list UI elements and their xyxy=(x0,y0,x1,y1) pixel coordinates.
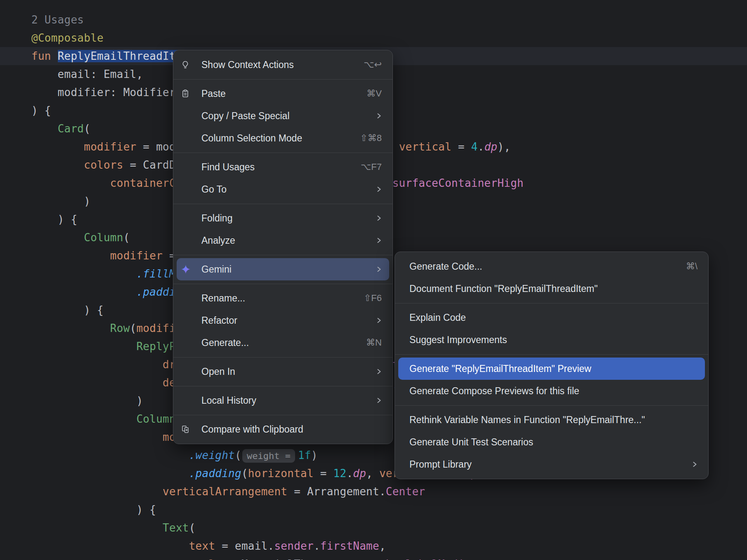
code-token: ( xyxy=(235,449,241,461)
menu-item-label: Show Context Actions xyxy=(201,59,294,71)
menu-item-find-usages[interactable]: Find Usages⌥F7 xyxy=(177,156,389,178)
code-token xyxy=(31,558,189,560)
menu-separator xyxy=(173,76,392,82)
menu-separator xyxy=(173,383,392,389)
gemini-submenu: Generate Code...⌘\Document Function "Rep… xyxy=(395,252,709,479)
chevron-right-icon xyxy=(364,214,382,223)
code-token: , xyxy=(366,467,379,480)
menu-shortcut: ⌘N xyxy=(354,337,382,348)
menu-item-open-in[interactable]: Open In xyxy=(177,360,389,383)
code-token: @Composable xyxy=(31,32,104,44)
code-token xyxy=(31,159,84,171)
code-token xyxy=(31,358,163,371)
chevron-right-icon xyxy=(364,265,382,274)
menu-item-label: Explain Code xyxy=(409,312,466,323)
editor-context-menu: Show Context Actions⌥↩Paste⌘VCopy / Past… xyxy=(173,50,393,444)
code-token: ) xyxy=(31,395,143,407)
code-token: fun xyxy=(31,50,58,62)
menu-item-analyze[interactable]: Analyze xyxy=(177,229,389,252)
menu-item-document-function-replyemailthreaditem[interactable]: Document Function "ReplyEmailThreadItem" xyxy=(398,278,705,300)
code-token: horizontal xyxy=(248,467,314,480)
code-token: ( xyxy=(189,522,196,534)
icon-slot-empty xyxy=(181,133,195,143)
menu-item-label: Refactor xyxy=(201,315,237,326)
code-token xyxy=(31,431,163,443)
menu-item-explain-code[interactable]: Explain Code xyxy=(398,306,705,329)
menu-item-compare-with-clipboard[interactable]: Compare with Clipboard xyxy=(177,418,389,440)
code-token xyxy=(31,540,189,552)
menu-item-generate-unit-test-scenarios[interactable]: Generate Unit Test Scenarios xyxy=(398,431,705,453)
menu-item-folding[interactable]: Folding xyxy=(177,207,389,229)
menu-shortcut: ⌘V xyxy=(354,88,382,99)
menu-item-label: Local History xyxy=(201,395,256,406)
code-token: surfaceContainerHigh xyxy=(392,177,524,189)
menu-item-generate-replyemailthreaditem-preview[interactable]: Generate "ReplyEmailThreadItem" Preview xyxy=(398,358,705,380)
code-token: = xyxy=(452,141,471,153)
chevron-right-icon xyxy=(364,316,382,325)
code-token xyxy=(31,485,163,498)
code-token: Card xyxy=(58,122,84,135)
code-token xyxy=(31,249,110,262)
menu-item-local-history[interactable]: Local History xyxy=(177,389,389,412)
code-line[interactable]: ) { xyxy=(0,501,747,519)
lightbulb-icon xyxy=(181,60,195,70)
icon-slot-empty xyxy=(181,213,195,223)
code-token: dp xyxy=(484,141,497,153)
menu-item-generate-code[interactable]: Generate Code...⌘\ xyxy=(398,255,705,278)
menu-item-label: Paste xyxy=(201,88,226,99)
menu-item-suggest-improvements[interactable]: Suggest Improvements xyxy=(398,329,705,351)
gemini-icon xyxy=(181,264,195,274)
menu-shortcut: ⌥↩ xyxy=(351,59,382,70)
menu-item-paste[interactable]: Paste⌘V xyxy=(177,82,389,105)
icon-slot-empty xyxy=(181,293,195,303)
code-token: modifier xyxy=(110,249,163,262)
menu-item-show-context-actions[interactable]: Show Context Actions⌥↩ xyxy=(177,54,389,76)
code-token: verticalArrangement xyxy=(163,485,287,498)
menu-item-label: Suggest Improvements xyxy=(409,334,507,346)
code-token: = MaterialTheme. xyxy=(222,558,333,560)
icon-slot-empty xyxy=(181,315,195,325)
menu-item-copy-paste-special[interactable]: Copy / Paste Special xyxy=(177,105,389,127)
code-token: ) xyxy=(31,195,90,207)
code-token: ) { xyxy=(31,304,104,316)
code-token xyxy=(31,268,136,280)
code-line[interactable]: style = MaterialTheme.typography.labelMe… xyxy=(0,555,747,560)
code-token: ) { xyxy=(31,504,156,516)
icon-slot-empty xyxy=(181,395,195,405)
menu-item-generate[interactable]: Generate...⌘N xyxy=(177,332,389,354)
code-line[interactable]: text = email.sender.firstName, xyxy=(0,537,747,555)
menu-item-label: Column Selection Mode xyxy=(201,133,302,144)
menu-item-label: Rename... xyxy=(201,293,245,304)
menu-separator xyxy=(395,351,708,358)
menu-item-rename[interactable]: Rename...⇧F6 xyxy=(177,287,389,309)
menu-separator xyxy=(173,149,392,156)
code-line[interactable]: @Composable xyxy=(0,29,747,47)
code-token: Column xyxy=(84,231,123,244)
code-token xyxy=(31,522,163,534)
menu-item-go-to[interactable]: Go To xyxy=(177,178,389,200)
menu-shortcut: ⌥F7 xyxy=(348,162,382,172)
chevron-right-icon xyxy=(364,111,382,120)
menu-item-label: Generate... xyxy=(201,337,249,348)
menu-shortcut: ⇧F6 xyxy=(351,293,382,304)
compare-clipboard-icon xyxy=(181,424,195,434)
code-token xyxy=(31,340,136,353)
code-line[interactable]: 2 Usages xyxy=(0,11,747,29)
code-line[interactable]: verticalArrangement = Arrangement.Center xyxy=(0,482,747,501)
menu-item-column-selection-mode[interactable]: Column Selection Mode⇧⌘8 xyxy=(177,127,389,149)
menu-item-rethink-variable-names-in-function-replyemailthre[interactable]: Rethink Variable Names in Function "Repl… xyxy=(398,409,705,431)
menu-item-prompt-library[interactable]: Prompt Library xyxy=(398,453,705,475)
menu-item-refactor[interactable]: Refactor xyxy=(177,309,389,332)
menu-item-label: Analyze xyxy=(201,235,235,246)
menu-item-generate-compose-previews-for-this-file[interactable]: Generate Compose Previews for this file xyxy=(398,380,705,402)
menu-item-gemini[interactable]: Gemini xyxy=(177,258,389,280)
code-token: = xyxy=(314,467,333,480)
chevron-right-icon xyxy=(364,367,382,376)
code-token xyxy=(31,467,189,480)
code-token: = Arrangement. xyxy=(287,485,386,498)
code-token xyxy=(31,286,136,298)
menu-item-label: Compare with Clipboard xyxy=(201,424,303,435)
code-line[interactable]: Text( xyxy=(0,519,747,537)
menu-separator xyxy=(173,200,392,207)
code-token: ReplyEmailThreadItem xyxy=(58,50,189,62)
